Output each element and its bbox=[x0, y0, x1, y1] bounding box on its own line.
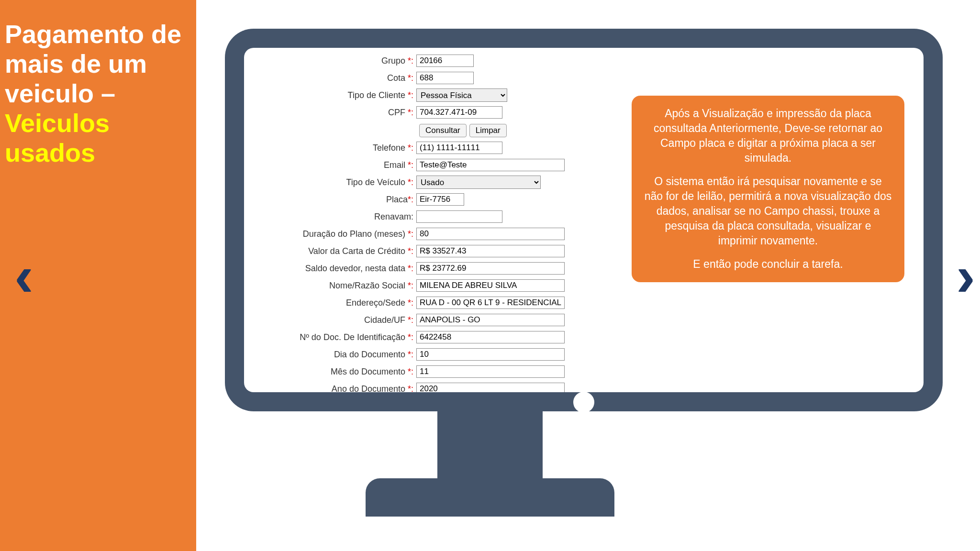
email-input[interactable] bbox=[416, 159, 565, 171]
tipo-veiculo-label: Tipo de Veículo *: bbox=[258, 177, 416, 187]
duracao-label: Duração do Plano (meses) *: bbox=[258, 229, 416, 239]
limpar-button[interactable]: Limpar bbox=[469, 124, 507, 137]
consultar-button[interactable]: Consultar bbox=[419, 124, 467, 137]
doc-id-input[interactable] bbox=[416, 331, 565, 343]
ano-doc-label: Ano do Documento *: bbox=[258, 384, 416, 393]
tipo-cliente-select[interactable]: Pessoa Física bbox=[416, 88, 507, 102]
slide: Pagamento de mais de um veiculo – Veicul… bbox=[0, 0, 980, 551]
mes-doc-label: Mês do Documento *: bbox=[258, 367, 416, 377]
dia-doc-label: Dia do Documento *: bbox=[258, 350, 416, 360]
valor-carta-input[interactable] bbox=[416, 245, 565, 257]
telefone-label: Telefone *: bbox=[258, 143, 416, 153]
duracao-input[interactable] bbox=[416, 228, 565, 240]
instruction-callout: Após a Visualização e impressão da placa… bbox=[632, 96, 904, 282]
endereco-label: Endereço/Sede *: bbox=[258, 298, 416, 308]
doc-id-label: Nº do Doc. De Identificação *: bbox=[258, 332, 416, 342]
cidade-label: Cidade/UF *: bbox=[258, 315, 416, 325]
saldo-input[interactable] bbox=[416, 262, 565, 275]
cota-input[interactable] bbox=[416, 72, 474, 84]
monitor-power-icon bbox=[573, 392, 594, 413]
monitor-stand-neck bbox=[437, 410, 543, 487]
ano-doc-input[interactable] bbox=[416, 383, 565, 392]
monitor-frame: Grupo *: Cota *: Tipo de Cliente *: Pess… bbox=[225, 29, 943, 411]
prev-button[interactable]: ‹ bbox=[14, 247, 33, 304]
next-button[interactable]: › bbox=[956, 247, 975, 304]
placa-label: Placa*: bbox=[258, 195, 416, 205]
valor-carta-label: Valor da Carta de Crédito *: bbox=[258, 246, 416, 256]
email-label: Email *: bbox=[258, 160, 416, 170]
form-area: Grupo *: Cota *: Tipo de Cliente *: Pess… bbox=[258, 53, 622, 392]
sidebar-title: Pagamento de mais de um veiculo – Veicul… bbox=[5, 19, 187, 167]
nome-label: Nome/Razão Social *: bbox=[258, 281, 416, 291]
sidebar-title-white: Pagamento de mais de um veiculo – bbox=[5, 20, 181, 108]
renavam-label: Renavam: bbox=[258, 212, 416, 222]
tipo-cliente-label: Tipo de Cliente *: bbox=[258, 90, 416, 100]
monitor-stand-base bbox=[366, 478, 614, 517]
monitor-screen: Grupo *: Cota *: Tipo de Cliente *: Pess… bbox=[244, 48, 924, 392]
dia-doc-input[interactable] bbox=[416, 348, 565, 361]
saldo-label: Saldo devedor, nesta data *: bbox=[258, 264, 416, 274]
cidade-input[interactable] bbox=[416, 314, 565, 326]
placa-input[interactable] bbox=[416, 193, 464, 206]
cota-label: Cota *: bbox=[258, 73, 416, 83]
endereco-input[interactable] bbox=[416, 297, 565, 309]
nome-input[interactable] bbox=[416, 279, 565, 292]
telefone-input[interactable] bbox=[416, 142, 502, 154]
tipo-veiculo-select[interactable]: Usado bbox=[416, 176, 541, 189]
callout-p1: Após a Visualização e impressão da placa… bbox=[644, 106, 892, 165]
cpf-label: CPF *: bbox=[258, 108, 416, 118]
cpf-input[interactable] bbox=[416, 106, 502, 119]
callout-p2: O sistema então irá pesquisar novamente … bbox=[644, 174, 892, 248]
grupo-label: Grupo *: bbox=[258, 56, 416, 66]
grupo-input[interactable] bbox=[416, 55, 474, 67]
renavam-input[interactable] bbox=[416, 210, 502, 223]
sidebar-title-yellow: Veiculos usados bbox=[5, 109, 110, 167]
callout-p3: E então pode concluir a tarefa. bbox=[644, 257, 892, 272]
mes-doc-input[interactable] bbox=[416, 365, 565, 378]
